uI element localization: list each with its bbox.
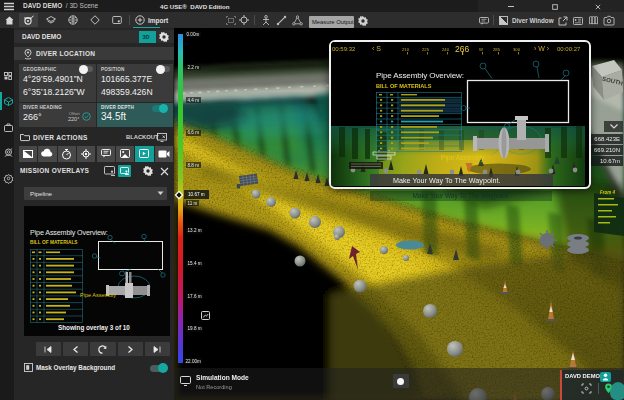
svg-text:From 4: From 4 — [600, 190, 616, 195]
svg-text:Make Your Way To The Waypoint.: Make Your Way To The Waypoint. — [412, 192, 509, 200]
